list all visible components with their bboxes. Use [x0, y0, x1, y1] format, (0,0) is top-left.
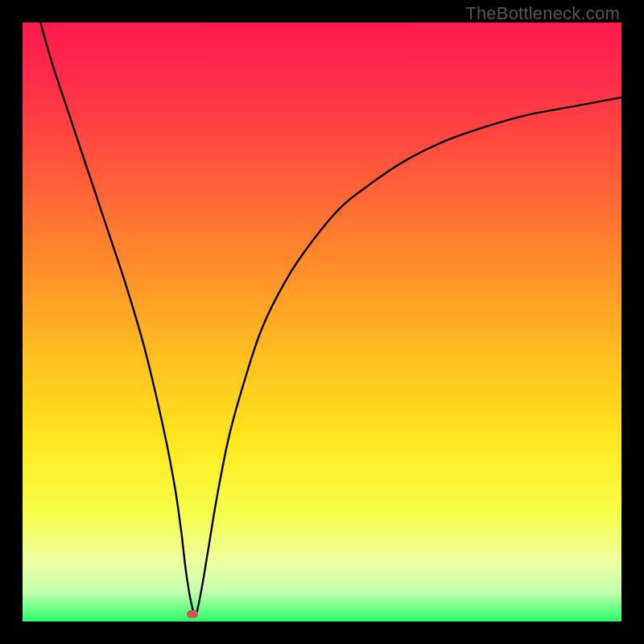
plot-area	[23, 23, 621, 621]
chart-frame: TheBottleneck.com	[0, 0, 644, 644]
min-point-marker	[187, 610, 198, 618]
watermark-text: TheBottleneck.com	[465, 3, 620, 24]
bottleneck-curve	[23, 23, 621, 621]
